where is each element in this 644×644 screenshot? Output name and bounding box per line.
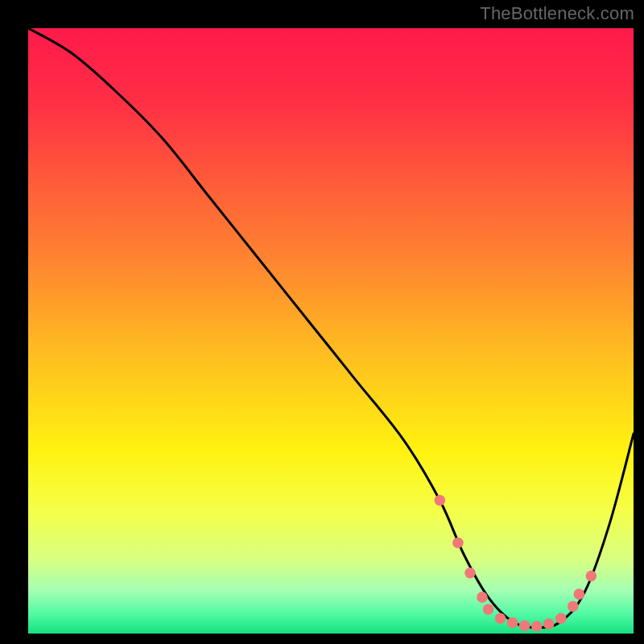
watermark-text: TheBottleneck.com [480, 3, 634, 24]
plot-area [28, 28, 634, 634]
marker-dot [543, 618, 555, 630]
marker-dot [519, 620, 530, 631]
marker-dot [452, 537, 464, 548]
gradient-background [28, 28, 634, 634]
marker-dot [495, 613, 506, 624]
marker-dot [464, 568, 476, 579]
marker-dot [477, 592, 488, 603]
marker-dot [586, 571, 597, 582]
marker-dot [531, 621, 543, 632]
marker-dot [568, 601, 579, 612]
marker-dot [507, 617, 518, 629]
chart-svg [28, 28, 634, 634]
marker-dot [483, 604, 494, 615]
marker-dot [435, 495, 446, 506]
marker-dot [574, 588, 585, 600]
chart-frame: TheBottleneck.com [0, 0, 644, 644]
marker-dot [555, 613, 567, 624]
